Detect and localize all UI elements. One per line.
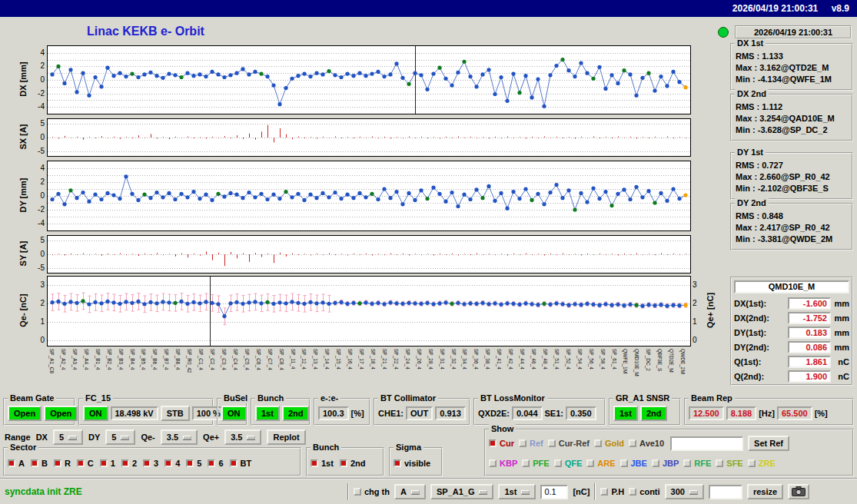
show-qfe-checkbox[interactable]: QFE [554, 459, 583, 468]
sector-select[interactable]: A [394, 484, 426, 499]
element-name-label: QTD2E_M [669, 349, 674, 373]
show-gold-checkbox[interactable]: Gold [594, 439, 624, 448]
show-ave10-checkbox[interactable]: Ave10 [629, 439, 664, 448]
fc15-on-button[interactable]: ON [83, 406, 108, 421]
gr-a1-snsr-panel: GR_A1 SNSR 1st 2nd [609, 398, 681, 426]
bunch-2nd-button[interactable]: 2nd [282, 406, 310, 421]
sector-4-checkbox[interactable]: 4 [164, 459, 180, 468]
element-name-label: SP_C6_4 [256, 349, 261, 370]
bunch-1st-button[interactable]: 1st [255, 406, 280, 421]
panel-title: Beam Rep [689, 393, 735, 403]
menu-indicator-icon [183, 436, 191, 439]
show-cur-ref-checkbox[interactable]: Cur-Ref [548, 439, 590, 448]
checkbox-label: SFE [726, 459, 742, 468]
ph-checkbox[interactable]: P.H [600, 487, 624, 496]
checkbox-label: 3 [154, 459, 158, 468]
sigma-visible-checkbox[interactable]: visible [394, 459, 430, 468]
set-ref-input[interactable] [670, 436, 743, 451]
se1-label: SE1: [545, 409, 563, 418]
stats-dy-2nd: DY 2nd RMS : 0.848 Max : 2.417@SP_R0_42 … [730, 203, 853, 250]
sy-plot[interactable] [47, 235, 691, 274]
show-sfe-checkbox[interactable]: SFE [716, 459, 742, 468]
busel-on-button[interactable]: ON [221, 406, 247, 421]
axis-tick-label: -2 [26, 89, 45, 98]
checkbox-indicator [548, 439, 556, 447]
show-pfe-checkbox[interactable]: PFE [522, 459, 549, 468]
panel-title: e-:e- [318, 393, 340, 403]
show-jbe-checkbox[interactable]: JBE [620, 459, 647, 468]
menu-indicator-icon [68, 436, 77, 439]
fc15-stb-button[interactable]: STB [161, 406, 190, 421]
set-ref-button[interactable]: Set Ref [748, 436, 789, 451]
sector-5-checkbox[interactable]: 5 [186, 459, 201, 468]
readout-unit: nC [831, 357, 849, 366]
element-name-label: SP_17_4 [359, 349, 364, 370]
axis-tick-label: 2 [26, 61, 45, 70]
axis-tick-label: -5 [26, 147, 45, 155]
charge-plot[interactable] [47, 276, 691, 346]
sector-a-checkbox[interactable]: A [8, 459, 25, 468]
fc15-panel: FC_15 ON 18.498 kV STB 100 % [78, 398, 214, 426]
screenshot-button[interactable] [788, 484, 809, 499]
checkbox-indicator [620, 459, 628, 467]
beam-gate-open-button-2[interactable]: Open [44, 406, 78, 421]
ee-ratio-display: 100.3 [318, 406, 349, 420]
show-are-checkbox[interactable]: ARE [586, 459, 615, 468]
resize-button[interactable]: resize [747, 484, 783, 499]
show-rfe-checkbox[interactable]: RFE [683, 459, 711, 468]
selected-element-name: QMD10E_M [734, 280, 849, 293]
element-name-label: SP_B4_4 [130, 349, 135, 370]
show-kbp-checkbox[interactable]: KBP [489, 459, 517, 468]
range-qe-minus-select[interactable]: 3.5 [161, 429, 198, 445]
stats-dx-2nd: DX 2nd RMS : 1.112 Max : 3.254@QAD10E_M … [730, 94, 853, 141]
chg-th-checkbox[interactable]: chg th [354, 487, 390, 496]
panel-title: Beam Gate [8, 393, 56, 403]
sector-r-checkbox[interactable]: R [54, 459, 71, 468]
conti-checkbox[interactable]: conti [629, 487, 659, 496]
sx-plot[interactable] [47, 118, 691, 157]
element-select[interactable]: SP_A1_G [430, 484, 494, 499]
checkbox-indicator [54, 459, 61, 467]
dy-plot[interactable] [47, 161, 691, 231]
checkbox-label: C [88, 459, 94, 468]
stats-rms: RMS : 0.848 [732, 211, 852, 222]
threshold-input[interactable] [540, 485, 568, 499]
checkbox-indicator [186, 459, 194, 467]
element-name-label: SP_B7_4 [164, 349, 169, 370]
bunch-2nd-checkbox[interactable]: 2nd [340, 459, 366, 468]
range-qe-plus-select[interactable]: 3.5 [224, 429, 261, 445]
show-cur-checkbox[interactable]: Cur [489, 439, 514, 448]
sector-c-checkbox[interactable]: C [77, 459, 94, 468]
gr-a1-2nd-button[interactable]: 2nd [640, 406, 668, 421]
sector-1-checkbox[interactable]: 1 [100, 459, 115, 468]
element-name-label: SP_26_4 [417, 349, 422, 370]
axis-tick-label: -5 [26, 264, 45, 272]
range-dy-select[interactable]: 5 [105, 429, 135, 445]
show-jbp-checkbox[interactable]: JBP [652, 459, 679, 468]
element-name-label: SP_24_4 [405, 349, 410, 370]
element-name-label: SP_51_4 [554, 349, 560, 370]
bunch-1st-checkbox[interactable]: 1st [311, 459, 334, 468]
sector-2-checkbox[interactable]: 2 [121, 459, 137, 468]
sector-bt-checkbox[interactable]: BT [230, 459, 252, 468]
beam-gate-open-button-1[interactable]: Open [8, 406, 42, 421]
sector-3-checkbox[interactable]: 3 [143, 459, 158, 468]
aux-input[interactable] [709, 485, 742, 499]
range-dx-select[interactable]: 5 [53, 429, 83, 445]
readout-value: 0.183 [788, 327, 831, 339]
show-ref-checkbox[interactable]: Ref [519, 439, 543, 448]
axis-tick-label: -4 [26, 102, 45, 111]
dx-plot[interactable] [47, 45, 691, 114]
gr-a1-1st-button[interactable]: 1st [613, 406, 638, 421]
bunch-select[interactable]: 1st [498, 484, 536, 499]
show-zre-checkbox[interactable]: ZRE [748, 459, 776, 468]
sector-b-checkbox[interactable]: B [31, 459, 48, 468]
titlebar-version: v8.9 [832, 3, 849, 14]
element-name-label: SP_C5_4 [244, 349, 250, 370]
checkbox-label: 5 [197, 459, 201, 468]
replot-button[interactable]: Replot [267, 429, 305, 445]
interval-select[interactable]: 300 [665, 484, 704, 499]
bt-lossmonitor-panel: BT LossMonitor QXD2E: 0.044 SE1: 0.350 [473, 398, 606, 426]
sector-6-checkbox[interactable]: 6 [208, 459, 223, 468]
checkbox-label: JBE [631, 459, 647, 468]
